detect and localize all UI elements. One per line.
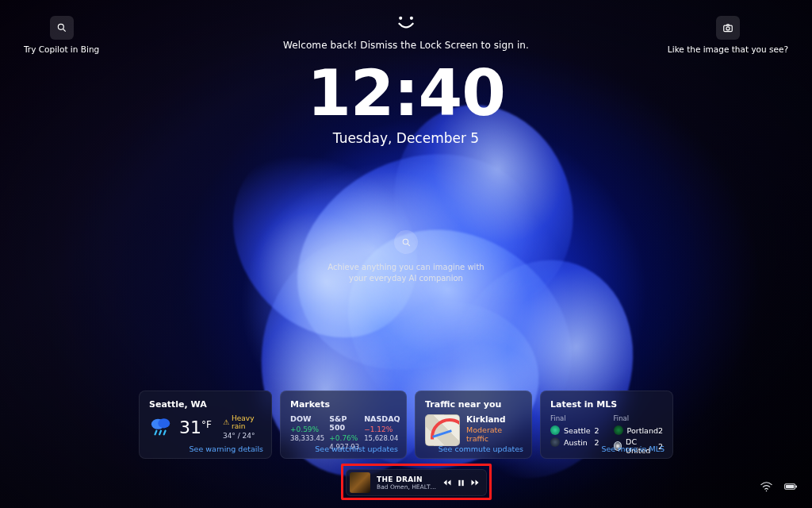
team-name: Austin (564, 438, 588, 447)
traffic-title: Traffic near you (425, 399, 522, 410)
media-next-button[interactable] (470, 475, 480, 491)
traffic-map-thumbnail (425, 414, 460, 446)
mls-link[interactable]: See more in MLS (601, 444, 665, 453)
pause-icon (457, 479, 465, 487)
team-badge-icon (614, 425, 623, 435)
svg-point-5 (410, 17, 413, 20)
mls-widget[interactable]: Latest in MLS Final Seattle2 Austin2 Fin… (540, 391, 673, 459)
svg-point-4 (399, 17, 402, 20)
lockscreen-date: Tuesday, December 5 (333, 130, 479, 146)
media-track-title: THE DRAIN (377, 475, 436, 483)
svg-point-6 (403, 239, 408, 244)
svg-point-12 (766, 491, 768, 492)
media-controls-widget[interactable]: THE DRAIN Bad Omen, HEALTH, S… (346, 469, 487, 496)
camera-icon (716, 16, 740, 40)
traffic-place: Kirkland (466, 414, 522, 424)
weather-temp: 31 (179, 418, 201, 437)
team-score: 2 (595, 426, 599, 435)
weather-unit: °F (201, 419, 212, 437)
mls-final-label: Final (614, 414, 663, 422)
skip-back-icon (442, 478, 452, 487)
search-icon (50, 16, 74, 40)
media-album-art (350, 472, 370, 493)
weather-widget[interactable]: Seattle, WA 31 °F ⚠Heavy rain 34° / 24° … (139, 391, 272, 459)
like-image-button[interactable]: Like the image that you see? (668, 16, 788, 54)
market-value: 38,333.45 (290, 434, 324, 442)
weather-rain-icon (149, 416, 173, 438)
copilot-bing-button[interactable]: Try Copilot in Bing (24, 16, 99, 54)
team-name: Seattle (564, 426, 591, 435)
svg-rect-14 (795, 486, 797, 488)
svg-point-9 (158, 418, 170, 428)
markets-widget[interactable]: Markets DOW +0.59% 38,333.45 S&P 500 +0.… (280, 391, 407, 459)
team-score: 2 (595, 438, 599, 447)
mls-final-label: Final (550, 414, 599, 422)
market-name: DOW (290, 414, 324, 423)
windows-hello-icon (396, 14, 416, 33)
search-icon (401, 237, 412, 248)
traffic-status: Moderate traffic (466, 425, 522, 443)
copilot-search-button[interactable] (394, 230, 418, 254)
team-badge-icon (550, 425, 560, 435)
markets-link[interactable]: See watchlist updates (315, 444, 398, 453)
copilot-bing-label: Try Copilot in Bing (24, 44, 99, 54)
market-pct: +0.59% (290, 425, 324, 433)
svg-point-0 (58, 24, 63, 29)
svg-rect-2 (724, 25, 733, 32)
battery-status-icon[interactable] (784, 480, 798, 495)
svg-point-3 (726, 27, 730, 30)
lockscreen-welcome-text: Welcome back! Dismiss the Lock Screen to… (283, 40, 529, 51)
traffic-link[interactable]: See commute updates (439, 444, 523, 453)
team-badge-icon (550, 437, 560, 447)
team-score: 2 (658, 426, 663, 435)
weather-hi-lo: 34° / 24° (223, 432, 262, 440)
market-pct: −1.12% (364, 425, 400, 433)
market-name: S&P 500 (329, 414, 359, 432)
weather-details-link[interactable]: See warning details (190, 444, 263, 453)
warning-icon: ⚠ (223, 418, 229, 426)
markets-title: Markets (290, 399, 396, 410)
market-value: 15,628.04 (364, 434, 400, 442)
traffic-widget[interactable]: Traffic near you Kirkland Moderate traff… (415, 391, 532, 459)
media-pause-button[interactable] (457, 475, 465, 491)
skip-forward-icon (470, 478, 480, 487)
lockscreen-time: 12:40 (307, 62, 505, 125)
weather-location: Seattle, WA (149, 399, 262, 410)
wifi-status-icon[interactable] (760, 480, 773, 495)
svg-line-1 (63, 29, 65, 32)
svg-line-7 (408, 244, 410, 246)
copilot-tagline: Achieve anything you can imagine with yo… (319, 262, 493, 283)
team-name: Portland (627, 426, 658, 435)
market-pct: +0.76% (329, 434, 359, 442)
media-prev-button[interactable] (442, 475, 452, 491)
media-track-artist: Bad Omen, HEALTH, S… (377, 483, 436, 491)
svg-rect-15 (786, 485, 794, 488)
weather-condition: Heavy rain (232, 414, 262, 430)
market-name: NASDAQ (364, 414, 400, 423)
like-image-label: Like the image that you see? (668, 44, 788, 54)
mls-title: Latest in MLS (550, 399, 663, 410)
svg-rect-11 (462, 479, 463, 485)
svg-rect-10 (458, 479, 460, 485)
